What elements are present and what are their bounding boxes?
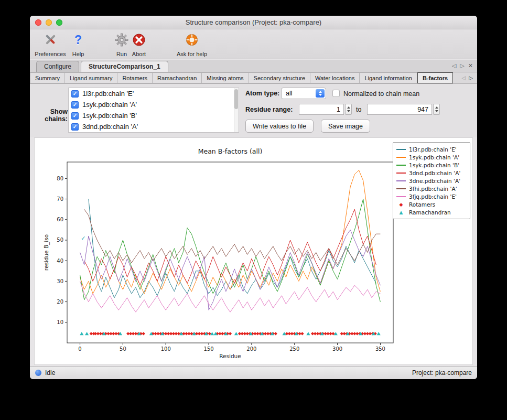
- chain-list-item[interactable]: ✓ 1l3r.pdb:chain 'E': [69, 88, 239, 99]
- status-text: Idle: [45, 369, 55, 376]
- atom-type-dropdown[interactable]: all: [281, 88, 326, 99]
- svg-text:300: 300: [332, 346, 342, 352]
- legend-label: 3fjq.pdb:chain 'E': [409, 193, 457, 200]
- svg-text:50: 50: [57, 237, 63, 243]
- svg-text:200: 200: [246, 346, 256, 352]
- subtab-secondary-structure[interactable]: Secondary structure: [249, 72, 310, 83]
- tab-close-icon[interactable]: ✕: [468, 62, 473, 69]
- chain-list-scrollbar[interactable]: [234, 88, 239, 132]
- subtab-summary[interactable]: Summary: [30, 72, 65, 83]
- tab-configure[interactable]: Configure: [36, 61, 79, 72]
- legend-line-swatch: [396, 149, 406, 150]
- subtab-b-factors[interactable]: B-factors: [417, 72, 453, 83]
- legend-label: 3dne.pdb:chain 'A': [409, 178, 460, 184]
- legend-line-swatch: [396, 165, 406, 166]
- close-window-button[interactable]: [35, 19, 41, 26]
- residue-to-label: to: [356, 106, 361, 113]
- legend-item: 1syk.pdb:chain 'B': [396, 161, 467, 169]
- chain-checkbox-checked[interactable]: ✓: [71, 123, 79, 131]
- svg-text:residue B_iso: residue B_iso: [43, 234, 50, 271]
- subtab-missing-atoms[interactable]: Missing atoms: [202, 72, 249, 83]
- chain-checkbox-checked[interactable]: ✓: [71, 112, 79, 120]
- svg-text:20: 20: [57, 299, 63, 305]
- svg-text:✓: ✓: [81, 235, 85, 242]
- chain-label: 1l3r.pdb:chain 'E': [82, 90, 134, 98]
- legend-line-swatch: [396, 173, 406, 174]
- legend-item: 1l3r.pdb:chain 'E': [396, 145, 467, 153]
- status-dot-icon: [35, 370, 41, 376]
- legend-label: 1syk.pdb:chain 'B': [409, 162, 459, 168]
- legend-label: 3dnd.pdb:chain 'A': [409, 170, 460, 176]
- abort-label: Abort: [132, 51, 146, 57]
- chain-list-scroll-thumb[interactable]: [234, 89, 238, 109]
- chain-label: 1syk.pdb:chain 'A': [82, 101, 137, 109]
- legend-diamond-icon: ◆: [396, 202, 406, 207]
- svg-text:40: 40: [57, 258, 63, 264]
- traffic-lights: [35, 19, 62, 26]
- subtab-scroll-left-icon[interactable]: ◁: [462, 75, 466, 81]
- ask-for-help-button[interactable]: Ask for help: [170, 33, 213, 57]
- save-image-button[interactable]: Save image: [321, 120, 370, 133]
- svg-text:150: 150: [204, 346, 214, 352]
- normalized-label: Normalized to chain mean: [343, 90, 419, 98]
- svg-text:70: 70: [57, 196, 63, 202]
- help-label: Help: [72, 51, 84, 57]
- preferences-button[interactable]: Preferences: [33, 33, 68, 57]
- legend-item: 3dnd.pdb:chain 'A': [396, 169, 467, 177]
- help-button[interactable]: ? Help: [68, 33, 89, 57]
- tools-icon: [44, 33, 58, 47]
- legend-item: ▲Ramachandran: [396, 208, 467, 216]
- app-window: Structure comparison (Project: pka-compa…: [30, 16, 477, 379]
- abort-button[interactable]: Abort: [127, 33, 150, 57]
- chain-list-item[interactable]: ✓ 1syk.pdb:chain 'A': [69, 99, 239, 110]
- chain-list-item[interactable]: ✓ 1syk.pdb:chain 'B': [69, 110, 239, 121]
- controls-panel: Show chains: ✓ 1l3r.pdb:chain 'E' ✓ 1syk…: [30, 84, 477, 137]
- minimize-window-button[interactable]: [46, 19, 52, 26]
- atom-type-value: all: [286, 90, 293, 97]
- lifebuoy-icon: [185, 33, 199, 47]
- bfactor-chart: 0501001502002503003501020304050607080Mea…: [41, 141, 403, 361]
- legend-triangle-icon: ▲: [396, 210, 406, 215]
- svg-text:60: 60: [57, 217, 63, 222]
- chain-checkbox-checked[interactable]: ✓: [71, 101, 79, 109]
- chain-list[interactable]: ✓ 1l3r.pdb:chain 'E' ✓ 1syk.pdb:chain 'A…: [68, 88, 239, 133]
- status-project: Project: pka-compare: [412, 369, 472, 376]
- legend-line-swatch: [396, 188, 406, 189]
- zoom-window-button[interactable]: [56, 19, 62, 26]
- chain-list-item[interactable]: ✓ 3dnd.pdb:chain 'A': [69, 121, 239, 132]
- legend-item: 1syk.pdb:chain 'A': [396, 153, 467, 161]
- window-titlebar[interactable]: Structure comparison (Project: pka-compa…: [30, 16, 477, 29]
- tab-scroll-left-icon[interactable]: ◁: [452, 62, 456, 69]
- svg-text:80: 80: [57, 176, 63, 181]
- tab-bar: Configure StructureComparison_1 ◁ ▷ ✕: [30, 60, 477, 72]
- subtab-scroll-right-icon[interactable]: ▷: [469, 75, 473, 81]
- dropdown-arrows-icon: [316, 89, 325, 98]
- help-icon: ?: [74, 33, 82, 47]
- svg-text:350: 350: [375, 346, 385, 352]
- residue-from-input[interactable]: [299, 104, 344, 115]
- preferences-label: Preferences: [35, 51, 66, 57]
- svg-text:50: 50: [120, 346, 126, 352]
- show-chains-label: Show chains:: [31, 108, 68, 123]
- status-bar: Idle Project: pka-compare: [30, 366, 477, 379]
- residue-to-stepper[interactable]: [433, 104, 440, 115]
- residue-to-input[interactable]: [367, 104, 432, 115]
- subtab-ligand-information[interactable]: Ligand information: [360, 72, 417, 83]
- write-values-button[interactable]: Write values to file: [245, 120, 314, 133]
- normalized-checkbox[interactable]: [332, 90, 340, 97]
- window-title: Structure comparison (Project: pka-compa…: [186, 18, 321, 26]
- subtab-ligand-summary[interactable]: Ligand summary: [65, 72, 117, 83]
- legend-label: 1syk.pdb:chain 'A': [409, 154, 459, 160]
- tab-structurecomparison-1[interactable]: StructureComparison_1: [81, 61, 168, 72]
- run-label: Run: [116, 51, 127, 57]
- tab-scroll-right-icon[interactable]: ▷: [460, 62, 464, 69]
- legend-label: Rotamers: [409, 201, 435, 208]
- legend-item: 3fhi.pdb:chain 'A': [396, 185, 467, 192]
- subtab-ramachandran[interactable]: Ramachandran: [153, 72, 202, 83]
- residue-range-label: Residue range:: [245, 106, 293, 113]
- subtab-water-locations[interactable]: Water locations: [310, 72, 360, 83]
- legend-label: 3fhi.pdb:chain 'A': [409, 186, 457, 192]
- subtab-rotamers[interactable]: Rotamers: [117, 72, 153, 83]
- chain-checkbox-checked[interactable]: ✓: [71, 90, 79, 98]
- residue-from-stepper[interactable]: [345, 104, 352, 115]
